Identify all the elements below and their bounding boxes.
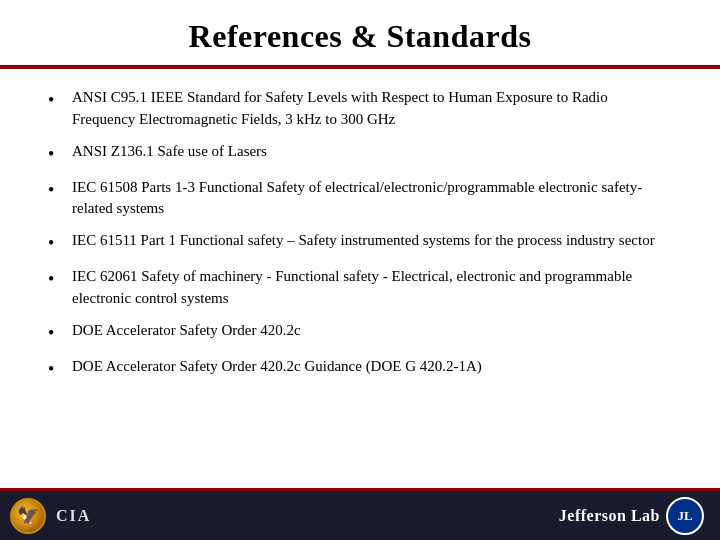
list-item: •DOE Accelerator Safety Order 420.2c: [48, 320, 672, 346]
jefferson-lab-label: Jefferson Lab: [559, 507, 660, 525]
jlab-initials: JL: [677, 508, 692, 524]
eagle-icon: 🦅: [17, 505, 39, 527]
list-item-text: DOE Accelerator Safety Order 420.2c Guid…: [72, 356, 672, 378]
bullet-icon: •: [48, 320, 66, 346]
page-footer: 🦅 CIA Jefferson Lab JL: [0, 488, 720, 540]
bullet-icon: •: [48, 87, 66, 113]
list-item-text: IEC 61511 Part 1 Functional safety – Saf…: [72, 230, 672, 252]
list-item: •IEC 61511 Part 1 Functional safety – Sa…: [48, 230, 672, 256]
page-header: References & Standards: [0, 0, 720, 69]
list-item: •ANSI C95.1 IEEE Standard for Safety Lev…: [48, 87, 672, 131]
list-item-text: DOE Accelerator Safety Order 420.2c: [72, 320, 672, 342]
list-item: •ANSI Z136.1 Safe use of Lasers: [48, 141, 672, 167]
list-item-text: ANSI C95.1 IEEE Standard for Safety Leve…: [72, 87, 672, 131]
eagle-emblem-icon: 🦅: [10, 498, 46, 534]
footer-right: Jefferson Lab JL: [559, 497, 704, 535]
jlab-circle-icon: JL: [666, 497, 704, 535]
list-item-text: IEC 62061 Safety of machinery - Function…: [72, 266, 672, 310]
references-list: •ANSI C95.1 IEEE Standard for Safety Lev…: [48, 87, 672, 382]
list-item-text: IEC 61508 Parts 1-3 Functional Safety of…: [72, 177, 672, 221]
cia-badge: CIA: [56, 507, 91, 525]
list-item-text: ANSI Z136.1 Safe use of Lasers: [72, 141, 672, 163]
list-item: •IEC 61508 Parts 1-3 Functional Safety o…: [48, 177, 672, 221]
bullet-icon: •: [48, 356, 66, 382]
page-title: References & Standards: [40, 18, 680, 55]
bullet-icon: •: [48, 177, 66, 203]
bullet-icon: •: [48, 266, 66, 292]
bullet-icon: •: [48, 141, 66, 167]
cia-label: CIA: [56, 507, 91, 525]
footer-left: 🦅 CIA: [10, 498, 91, 534]
list-item: •DOE Accelerator Safety Order 420.2c Gui…: [48, 356, 672, 382]
page-container: References & Standards •ANSI C95.1 IEEE …: [0, 0, 720, 540]
list-item: •IEC 62061 Safety of machinery - Functio…: [48, 266, 672, 310]
jlab-logo: JL: [666, 497, 704, 535]
bullet-icon: •: [48, 230, 66, 256]
content-area: •ANSI C95.1 IEEE Standard for Safety Lev…: [0, 69, 720, 488]
